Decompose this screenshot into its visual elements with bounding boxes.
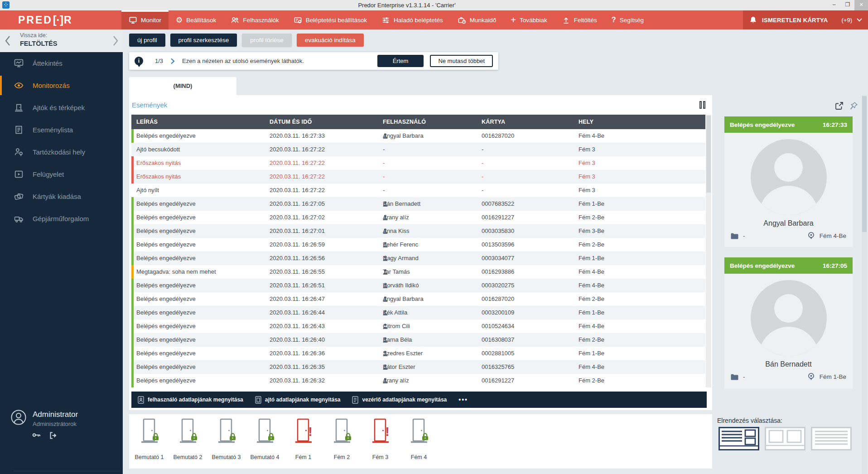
event-row[interactable]: Belépés engedélyezve 2020.03.11. 16:26:3… — [131, 360, 705, 374]
nav-item-more[interactable]: + Továbbiak — [503, 10, 554, 29]
nav-item-settings[interactable]: ⚙ Beállítások — [169, 10, 223, 29]
event-row[interactable]: Belépés engedélyezve 2020.03.11. 16:26:3… — [131, 347, 705, 360]
back-navigation[interactable]: Vissza ide: FELTÖLTÉS — [0, 29, 123, 52]
event-detail-card[interactable]: Belépés engedélyezve 16:27:05 Bán Bernad… — [724, 257, 853, 389]
door-status[interactable]: ! Bemutató 2 — [169, 418, 207, 460]
event-row[interactable]: Erőszakos nyitás 2020.03.11. 16:27:22 - … — [131, 156, 705, 170]
event-row[interactable]: Ajtó becsukódott 2020.03.11. 16:27:22 - … — [131, 143, 705, 156]
more-actions-button[interactable]: ••• — [458, 396, 468, 403]
back-target: FELTÖLTÉS — [20, 40, 57, 47]
nav-item-worktime[interactable]: Munkaidő — [450, 10, 504, 29]
pause-icon[interactable] — [699, 101, 707, 109]
maximize-button[interactable]: ❐ — [841, 0, 854, 10]
door-status[interactable]: ! Fém 3 — [361, 418, 400, 460]
event-card-number: 0013503596 — [482, 238, 514, 252]
event-row[interactable]: Erőszakos nyitás 2020.03.11. 16:27:22 - … — [131, 170, 705, 184]
delete-profile-button[interactable]: profil törlése — [242, 34, 292, 47]
upload-icon — [562, 16, 570, 24]
pin-icon[interactable] — [849, 102, 858, 110]
banner-ok-button[interactable]: Értem — [377, 55, 424, 67]
nav-item-upload[interactable]: Feltöltés — [555, 10, 604, 29]
layout-option-two-panels[interactable] — [765, 427, 805, 450]
layout-option-list-cards[interactable] — [719, 427, 759, 450]
door-status[interactable]: ! Bemutató 3 — [207, 418, 246, 460]
door-status[interactable]: ! Fém 2 — [323, 418, 361, 460]
event-row[interactable]: Belépés engedélyezve 2020.03.11. 16:27:3… — [131, 129, 705, 143]
sidebar: Vissza ide: FELTÖLTÉS Áttekintés Monitor… — [0, 29, 123, 474]
door-icon — [332, 418, 352, 447]
alert-dropdown[interactable]: ISMERETLEN KÁRTYA (+9) — [743, 10, 868, 29]
user-name: Administrator — [33, 410, 78, 419]
sidebar-item-surveillance[interactable]: Felügyelet — [0, 163, 123, 185]
event-user: - — [383, 156, 385, 170]
event-description: Belépés engedélyezve — [136, 347, 196, 360]
logout-icon[interactable] — [49, 432, 58, 439]
nav-item-access-settings[interactable]: Beléptetési beállítások — [286, 10, 374, 29]
door-status[interactable]: ! Bemutató 1 — [130, 418, 169, 460]
event-row[interactable]: Ajtó nyílt 2020.03.11. 16:27:22 - - Fém … — [131, 184, 705, 197]
worktime-icon — [458, 16, 466, 24]
door-status[interactable]: ! Fém 1 — [284, 418, 323, 460]
open-user-sheet-action[interactable]: felhasználó adatlapjának megnyitása — [138, 396, 243, 404]
close-button[interactable]: ✕ — [854, 0, 868, 10]
new-profile-button[interactable]: új profil — [129, 34, 165, 47]
nav-item-advanced-access[interactable]: Haladó beléptetés — [374, 10, 450, 29]
event-row[interactable]: Belépés engedélyezve 2020.03.11. 16:27:0… — [131, 197, 705, 211]
event-description: Belépés engedélyezve — [136, 238, 196, 252]
sidebar-item-presence[interactable]: Tartózkodási hely — [0, 141, 123, 163]
sidebar-item-overview[interactable]: Áttekintés — [0, 52, 123, 74]
table-actions-bar: felhasználó adatlapjának megnyitása ajtó… — [131, 392, 707, 408]
padlock-icon — [229, 433, 236, 440]
nav-item-help[interactable]: ? Segítség — [604, 10, 651, 29]
event-row[interactable]: Belépés engedélyezve 2020.03.11. 16:27:0… — [131, 211, 705, 224]
event-card-group: - — [743, 373, 745, 380]
event-card-number: 0016287020 — [482, 292, 514, 306]
event-row[interactable]: Belépés engedélyezve 2020.03.11. 16:26:4… — [131, 319, 705, 333]
user-avatar-icon — [10, 409, 27, 426]
chevron-right-icon[interactable] — [111, 35, 120, 47]
sidebar-item-vehicle-traffic[interactable]: Gépjárműforgalom — [0, 208, 123, 230]
layout-option-list-only[interactable] — [811, 427, 852, 450]
minimize-button[interactable]: – — [827, 0, 841, 10]
event-detail-card[interactable]: Belépés engedélyezve 16:27:33 Angyal Bar… — [724, 116, 853, 247]
titlebar: ⁘ Predor Enterprise v1.3.1.14 - 'Carrier… — [0, 0, 868, 10]
door-status[interactable]: ! Bemutató 4 — [246, 418, 284, 460]
table-scrollbar[interactable] — [706, 115, 711, 387]
event-row[interactable]: Belépés engedélyezve 2020.03.11. 16:26:3… — [131, 374, 705, 387]
tab-mind[interactable]: (MIND) — [129, 77, 236, 95]
event-description: Megtagadva: soha nem mehet — [136, 265, 216, 279]
open-door-sheet-action[interactable]: ajtó adatlapjának megnyitása — [255, 396, 341, 404]
event-row[interactable]: Belépés engedélyezve 2020.03.11. 16:26:5… — [131, 279, 705, 292]
sidebar-item-event-list[interactable]: Eseménylista — [0, 119, 123, 141]
start-evacuation-button[interactable]: evakuáció indítása — [297, 34, 364, 47]
gear-icon: ⚙ — [176, 16, 183, 24]
padlock-icon — [190, 433, 198, 440]
event-row[interactable]: Belépés engedélyezve 2020.03.11. 16:27:0… — [131, 224, 705, 238]
banner-dismiss-button[interactable]: Ne mutasd többet — [430, 55, 493, 67]
event-user: Angyal Barbara — [383, 292, 424, 306]
event-row[interactable]: Belépés engedélyezve 2020.03.11. 16:26:5… — [131, 252, 705, 265]
event-place: Fém 1-Be — [579, 252, 604, 265]
edit-profile-button[interactable]: profil szerkesztése — [170, 34, 237, 47]
nav-item-monitor[interactable]: Monitor — [121, 10, 169, 29]
chevron-right-icon[interactable] — [170, 58, 175, 64]
sidebar-item-card-issuing[interactable]: Kártyák kiadása — [0, 185, 123, 208]
sidebar-item-monitoring[interactable]: Monitorozás — [0, 74, 123, 97]
nav-item-users[interactable]: Felhasználók — [223, 10, 286, 29]
page-scrollbar[interactable] — [862, 95, 867, 474]
event-row[interactable]: Belépés engedélyezve 2020.03.11. 16:26:4… — [131, 333, 705, 347]
chevron-left-icon[interactable] — [4, 35, 12, 47]
sidebar-item-doors-maps[interactable]: Ajtók és térképek — [0, 97, 123, 119]
event-row[interactable]: Belépés engedélyezve 2020.03.11. 16:26:4… — [131, 292, 705, 306]
event-row[interactable]: Megtagadva: soha nem mehet 2020.03.11. 1… — [131, 265, 705, 279]
event-row[interactable]: Belépés engedélyezve 2020.03.11. 16:26:5… — [131, 238, 705, 252]
event-row[interactable]: Belépés engedélyezve 2020.03.11. 16:26:4… — [131, 306, 705, 319]
event-place: Fém 1-Be — [579, 306, 604, 319]
key-icon[interactable] — [32, 432, 41, 438]
open-controller-sheet-action[interactable]: vezérlő adatlapjának megnyitása — [352, 396, 447, 404]
event-datetime: 2020.03.11. 16:26:55 — [270, 265, 325, 279]
open-external-icon[interactable] — [835, 102, 844, 110]
event-description: Belépés engedélyezve — [136, 333, 196, 347]
event-place: Fém 3 — [579, 170, 595, 184]
door-status[interactable]: ! Fém 4 — [400, 418, 438, 460]
